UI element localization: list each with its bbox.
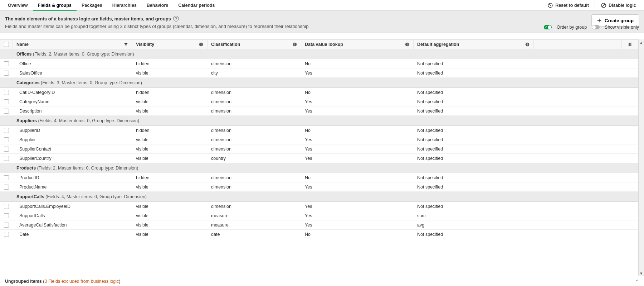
cell-visibility: visible	[132, 232, 208, 237]
tab-hierarchies[interactable]: Hierarchies	[107, 0, 142, 11]
row-checkbox[interactable]	[0, 137, 13, 142]
row-checkbox[interactable]	[0, 71, 13, 76]
row-checkbox[interactable]	[0, 99, 13, 104]
reset-to-default-button[interactable]: Reset to default	[545, 0, 592, 11]
table-row[interactable]: SupplierContactvisibledimensionYesNot sp…	[0, 144, 638, 154]
group-meta: (Fields: 4, Master items: 0, Group type:…	[38, 118, 139, 123]
cell-name: CategoryName	[13, 99, 132, 104]
ungrouped-footer[interactable]: Ungrouped items ( 0 Fields excluded from…	[0, 276, 644, 286]
header-visibility[interactable]: Visibility	[132, 40, 208, 49]
header-default-aggregation[interactable]: Default aggregation	[414, 40, 534, 49]
table-row[interactable]: CategoryNamevisibledimensionYesNot speci…	[0, 97, 638, 106]
tab-packages[interactable]: Packages	[77, 0, 107, 11]
header-name[interactable]: Name	[13, 40, 132, 49]
cell-default-aggregation: Not specified	[414, 109, 534, 114]
group-header[interactable]: Products (Fields: 2, Master items: 0, Gr…	[0, 163, 638, 173]
group-header[interactable]: Offices (Fields: 2, Master items: 0, Gro…	[0, 49, 638, 59]
info-icon[interactable]	[525, 42, 530, 47]
cell-visibility: visible	[132, 147, 208, 152]
cell-name: Office	[13, 61, 132, 66]
toolbar-divider	[595, 1, 595, 9]
table-row[interactable]: SupportCallsvisiblemeasureYessum	[0, 211, 638, 220]
cell-classification: measure	[208, 223, 301, 228]
table-row[interactable]: ProductIDhiddendimensionNoNot specified	[0, 173, 638, 182]
cell-classification: dimension	[208, 175, 301, 180]
reset-icon	[547, 3, 553, 8]
filter-icon[interactable]	[123, 42, 128, 47]
table-header: Name Visibility Classification Data valu…	[0, 40, 638, 49]
info-icon[interactable]	[292, 42, 297, 47]
tab-calendar-periods[interactable]: Calendar periods	[173, 0, 220, 11]
group-name: Products	[16, 166, 36, 171]
tab-fields-groups[interactable]: Fields & groups	[33, 0, 77, 11]
cell-default-aggregation: Not specified	[414, 232, 534, 237]
cell-name: SupplierID	[13, 128, 132, 133]
table-row[interactable]: SupplierIDhiddendimensionNoNot specified	[0, 126, 638, 135]
row-checkbox[interactable]	[0, 175, 13, 180]
group-meta: (Fields: 4, Master items: 0, Group type:…	[45, 194, 147, 199]
cell-default-aggregation: Not specified	[414, 175, 534, 180]
header-checkbox[interactable]	[0, 40, 13, 49]
row-checkbox[interactable]	[0, 109, 13, 114]
table-row[interactable]: SuppliervisibledimensionYesNot specified	[0, 135, 638, 144]
group-name: Offices	[16, 52, 31, 57]
header-pad	[534, 40, 622, 49]
strip-title: The main elements of a business logic ar…	[5, 16, 179, 22]
row-checkbox[interactable]	[0, 204, 13, 209]
show-visible-only-toggle[interactable]	[592, 25, 600, 29]
info-icon[interactable]	[199, 42, 204, 47]
cell-data-value-lookup: Yes	[301, 223, 414, 228]
table-row[interactable]: SupplierCountryvisiblecountryYesNot spec…	[0, 154, 638, 163]
order-by-group-toggle[interactable]	[544, 25, 552, 29]
table-row[interactable]: SupportCalls.EmployeeIDvisibledimensionY…	[0, 202, 638, 211]
row-checkbox[interactable]	[0, 232, 13, 237]
group-header[interactable]: SupportCalls (Fields: 4, Master items: 0…	[0, 192, 638, 202]
row-checkbox[interactable]	[0, 213, 13, 218]
tab-overview[interactable]: Overview	[3, 0, 33, 11]
columns-icon	[628, 42, 633, 47]
scroll-down-arrow[interactable]: ▾	[639, 270, 644, 276]
cell-data-value-lookup: Yes	[301, 147, 414, 152]
column-picker[interactable]	[622, 40, 638, 49]
row-checkbox[interactable]	[0, 147, 13, 152]
header-data-value-lookup[interactable]: Data value lookup	[301, 40, 414, 49]
table-row[interactable]: DatevisibledateNoNot specified	[0, 230, 638, 239]
cell-data-value-lookup: No	[301, 232, 414, 237]
cell-data-value-lookup: No	[301, 128, 414, 133]
group-header[interactable]: Categories (Fields: 3, Master items: 0, …	[0, 78, 638, 88]
table-row[interactable]: CatID-CategoryIDhiddendimensionNoNot spe…	[0, 88, 638, 97]
svg-rect-15	[628, 43, 629, 46]
row-checkbox[interactable]	[0, 223, 13, 228]
show-visible-only-label: Show visible only	[605, 25, 639, 30]
row-checkbox[interactable]	[0, 156, 13, 161]
table-row[interactable]: AverageCallSatisfactionvisiblemeasureYes…	[0, 220, 638, 230]
header-classification[interactable]: Classification	[208, 40, 301, 49]
tab-behaviors[interactable]: Behaviors	[142, 0, 173, 11]
cell-default-aggregation: Not specified	[414, 137, 534, 142]
group-header[interactable]: Suppliers (Fields: 4, Master items: 0, G…	[0, 116, 638, 126]
row-checkbox[interactable]	[0, 61, 13, 66]
cell-name: SupportCalls	[13, 213, 132, 218]
table-row[interactable]: OfficehiddendimensionNoNot specified	[0, 59, 638, 68]
info-icon[interactable]	[405, 42, 410, 47]
table-row[interactable]: SalesOfficevisiblecityYesNot specified	[0, 68, 638, 78]
cell-name: CatID-CategoryID	[13, 90, 132, 95]
chevron-up-icon[interactable]: ⌃	[635, 279, 639, 284]
cell-default-aggregation: Not specified	[414, 128, 534, 133]
cell-classification: country	[208, 156, 301, 161]
cell-name: Date	[13, 232, 132, 237]
disable-logic-button[interactable]: Disable logic	[598, 0, 639, 11]
table-row[interactable]: DescriptionvisibledimensionYesNot specif…	[0, 106, 638, 116]
cell-visibility: visible	[132, 156, 208, 161]
vertical-scrollbar[interactable]: ▴ ▾	[638, 39, 644, 276]
scroll-up-arrow[interactable]: ▴	[639, 39, 644, 45]
cell-data-value-lookup: Yes	[301, 156, 414, 161]
help-icon[interactable]: ?	[173, 16, 179, 22]
table-row[interactable]: ProductNamevisibledimensionYesNot specif…	[0, 182, 638, 192]
row-checkbox[interactable]	[0, 90, 13, 95]
cell-name: SupplierContact	[13, 147, 132, 152]
row-checkbox[interactable]	[0, 185, 13, 190]
row-checkbox[interactable]	[0, 128, 13, 133]
svg-rect-10	[407, 44, 407, 45]
cell-default-aggregation: Not specified	[414, 204, 534, 209]
